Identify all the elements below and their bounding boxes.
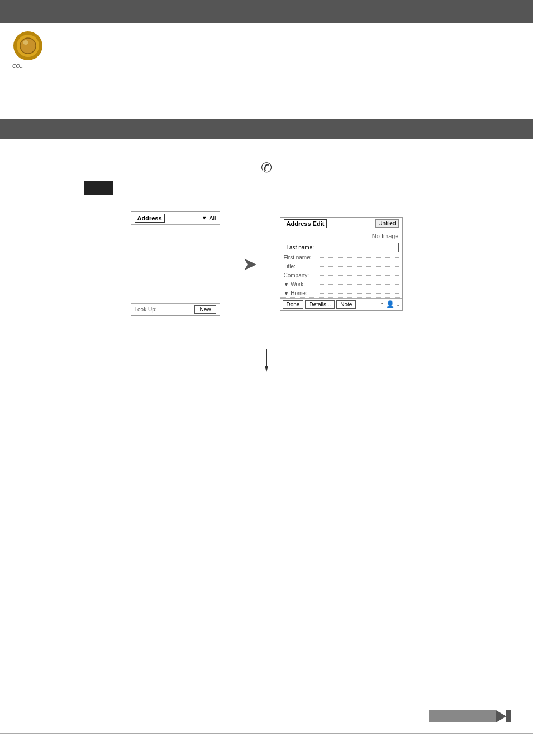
new-button[interactable]: New (194, 305, 216, 314)
address-list-title: Address (135, 214, 165, 223)
title-label: Title: (284, 263, 320, 270)
no-image-label: No Image (280, 230, 402, 242)
footer-icons: ↑ 👤 ↓ (380, 300, 400, 308)
scroll-down-icon[interactable]: ↓ (397, 300, 400, 308)
svg-point-3 (23, 40, 28, 45)
address-list-filter-label: All (209, 215, 216, 221)
first-name-label: First name: (284, 254, 320, 261)
work-value[interactable] (320, 284, 399, 285)
phone-icon: ✆ (261, 160, 272, 176)
svg-point-2 (20, 38, 36, 54)
work-row[interactable]: ▼ Work: (280, 280, 402, 289)
address-edit-footer: Done Details... Note ↑ 👤 ↓ (280, 298, 402, 310)
first-name-value[interactable] (320, 257, 399, 258)
address-list-footer: Look Up: New (131, 303, 220, 315)
stylus-icon (261, 349, 272, 372)
logo-icon (11, 30, 45, 64)
address-edit-title-bar: Address Edit Unfiled (280, 218, 402, 230)
details-button[interactable]: Details... (305, 300, 335, 309)
note-button[interactable]: Note (336, 300, 356, 309)
address-list-screen: Address ▼ All Look Up: New (131, 211, 220, 316)
next-page-arrow[interactable] (429, 710, 511, 722)
category-label[interactable]: Unfiled (375, 219, 398, 228)
bottom-content (0, 349, 533, 372)
logo-area: CO... (11, 30, 50, 69)
content-area: ✆ Address ▼ All Look Up: New ➤ (0, 139, 533, 338)
first-name-row[interactable]: First name: (280, 253, 402, 262)
company-label: Company: (284, 272, 320, 278)
bottom-rule (0, 733, 533, 734)
address-edit-screen: Address Edit Unfiled No Image Last name:… (280, 217, 403, 311)
address-edit-title: Address Edit (284, 219, 327, 228)
address-list-filter[interactable]: ▼ All (202, 215, 216, 221)
contact-icon[interactable]: 👤 (386, 300, 394, 308)
company-value[interactable] (320, 275, 399, 276)
done-button[interactable]: Done (283, 300, 304, 309)
next-bar-line (429, 710, 496, 722)
header-bar-top (0, 0, 533, 23)
logo-text: CO... (12, 63, 50, 69)
screens-container: Address ▼ All Look Up: New ➤ Address Edi… (22, 211, 511, 316)
last-name-field[interactable]: Last name: (284, 243, 399, 252)
title-value[interactable] (320, 266, 399, 267)
section-bar (0, 119, 533, 139)
address-list-body (131, 225, 220, 303)
black-rect (84, 181, 113, 195)
svg-marker-5 (265, 366, 268, 372)
company-row[interactable]: Company: (280, 271, 402, 280)
scroll-up-icon[interactable]: ↑ (380, 300, 384, 308)
home-label: ▼ Home: (284, 290, 320, 296)
next-arrow-shape (496, 710, 506, 722)
next-bar-block (506, 710, 511, 722)
arrow-right: ➤ (242, 253, 258, 275)
home-row[interactable]: ▼ Home: (280, 289, 402, 298)
title-row[interactable]: Title: (280, 262, 402, 271)
dropdown-arrow-icon: ▼ (202, 215, 207, 221)
work-label: ▼ Work: (284, 281, 320, 287)
stylus-icon-row (22, 349, 511, 372)
address-list-title-bar: Address ▼ All (131, 212, 220, 225)
phone-icon-row: ✆ (22, 160, 511, 176)
last-name-label: Last name: (287, 244, 314, 251)
top-section: CO... (0, 23, 533, 113)
lookup-label: Look Up: (135, 306, 195, 313)
home-value[interactable] (320, 293, 399, 294)
